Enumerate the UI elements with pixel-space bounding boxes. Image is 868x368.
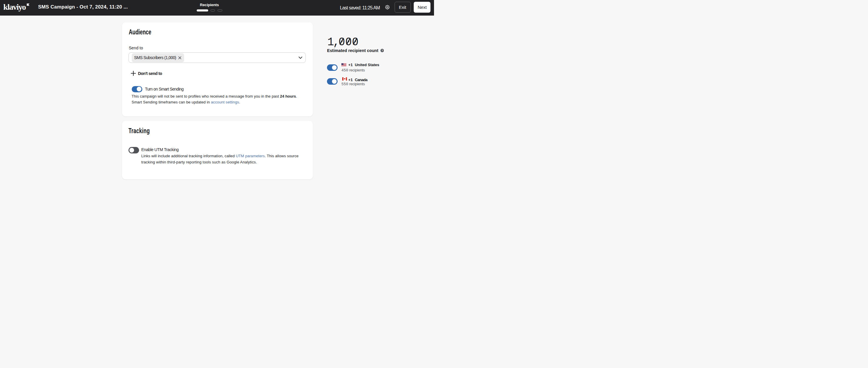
svg-text:?: ? <box>381 49 383 52</box>
